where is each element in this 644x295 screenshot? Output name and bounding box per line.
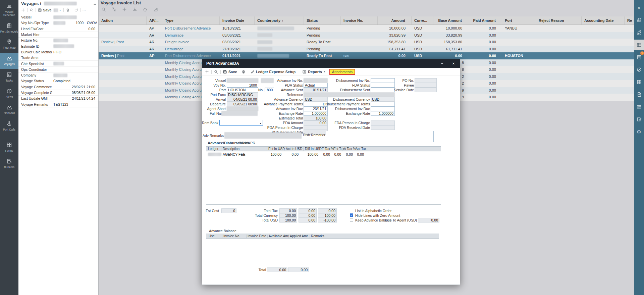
- sidebar-item-port-calls[interactable]: Port Calls: [0, 118, 18, 134]
- right-nav-id-card[interactable]: [634, 102, 644, 112]
- field-input-fda-received-date[interactable]: [371, 125, 395, 130]
- review-link[interactable]: Review |: [101, 54, 116, 58]
- field-value[interactable]: TEST123: [52, 101, 98, 107]
- field-input-service-date[interactable]: [415, 88, 437, 92]
- more-options-icon[interactable]: ···: [83, 8, 86, 12]
- field-value[interactable]: 24/11/21 04:24: [52, 96, 98, 101]
- add-icon[interactable]: [122, 7, 127, 12]
- field-input-pda-person-in-charge[interactable]: [304, 125, 328, 130]
- invoice-type-link[interactable]: Monthly Closing Accru: [165, 67, 202, 71]
- field-input-disbursement-payment-terms[interactable]: [371, 102, 395, 106]
- post-link[interactable]: Post: [116, 54, 124, 58]
- field-value[interactable]: [52, 67, 98, 72]
- right-nav-forms-grid[interactable]: [634, 77, 644, 87]
- search-icon[interactable]: [214, 70, 218, 74]
- sidebar-item-alerts[interactable]: Alerts: [0, 86, 18, 102]
- column-header[interactable]: Invoice No.: [341, 16, 378, 24]
- invoice-type-link[interactable]: Monthly Closing Accru: [165, 88, 202, 92]
- column-header[interactable]: Re: [625, 16, 634, 24]
- field-value[interactable]: [52, 38, 98, 43]
- column-header[interactable]: Invoice Date: [220, 16, 255, 24]
- field-input-port[interactable]: HOUSTON: [227, 88, 258, 92]
- undo-icon[interactable]: [143, 7, 148, 12]
- field-value[interactable]: [52, 72, 98, 78]
- tab-pda-apr[interactable]: PDA/APR: [239, 141, 255, 146]
- column-header[interactable]: AP/...: [147, 16, 162, 24]
- field-value[interactable]: [52, 43, 98, 49]
- sidebar-item-bunkers[interactable]: Bunkers: [0, 156, 18, 172]
- sidebar-item-forms[interactable]: Forms: [0, 140, 18, 155]
- table-row[interactable]: Review | PostARFreight Invoice03/06/2021…: [99, 39, 634, 46]
- refresh-icon[interactable]: [74, 8, 78, 12]
- field-input-vessel[interactable]: [227, 78, 258, 83]
- invoice-type-link[interactable]: Monthly Closing Accru: [165, 81, 202, 85]
- field-value[interactable]: Completed: [52, 78, 98, 84]
- field-value[interactable]: [52, 32, 98, 37]
- field-value[interactable]: FIFO: [52, 49, 98, 55]
- field-input-berth-no[interactable]: 800: [265, 88, 274, 92]
- field-input-pda-status[interactable]: Actual: [304, 83, 328, 88]
- field-input-advance-inv-no-[interactable]: [304, 78, 328, 83]
- column-header[interactable]: Paid Amount: [468, 16, 502, 24]
- totals-value[interactable]: 0.00: [299, 218, 317, 223]
- layers-menu-icon[interactable]: ▼: [54, 8, 61, 12]
- field-input-advance-currency[interactable]: USD: [304, 97, 328, 102]
- field-input-advance-sent[interactable]: 01/11/21: [304, 88, 328, 92]
- invoice-type-link[interactable]: Monthly Closing Accru: [165, 75, 202, 79]
- column-header[interactable]: Reject Reason: [536, 16, 582, 24]
- checkbox-list-in-alphabetic-order[interactable]: [350, 209, 353, 212]
- delete-icon[interactable]: [241, 70, 246, 74]
- field-input-exchange-rate[interactable]: 1.000000: [371, 111, 395, 116]
- right-nav-data-grid[interactable]: [634, 40, 644, 50]
- review-post-link[interactable]: Review | Post: [101, 40, 124, 44]
- invoice-type-link[interactable]: Freight Invoice: [165, 40, 189, 44]
- totals-value[interactable]: -100.00: [318, 218, 337, 223]
- advance-balance-total-value[interactable]: 0.00: [288, 267, 309, 272]
- field-input-exchange-rate[interactable]: 1.000000: [304, 111, 328, 116]
- table-row[interactable]: ARDemurrage27/10/2021Pending61,711.41USD…: [99, 46, 634, 53]
- est-cost-input[interactable]: 0: [221, 208, 236, 213]
- column-header[interactable]: Accounting Date: [582, 16, 625, 24]
- right-nav-workflow[interactable]: [634, 27, 644, 37]
- totals-value[interactable]: 100.00: [279, 218, 297, 223]
- field-value[interactable]: [52, 14, 98, 20]
- field-input-fda-person-in-charge[interactable]: [371, 120, 395, 125]
- attachments-button[interactable]: Attachments: [329, 69, 355, 75]
- right-nav-compass-edit[interactable]: [634, 64, 644, 75]
- field-value[interactable]: 28/02/21 21:00: [52, 84, 98, 90]
- field-input-disbursement-sent[interactable]: [371, 88, 395, 92]
- field-input-arrival[interactable]: 04/05/21 00:00: [227, 97, 258, 102]
- field-input-advance-inv-due[interactable]: 23/11/21: [304, 106, 328, 111]
- sidebar-item-voyages[interactable]: Voyages: [0, 53, 18, 69]
- field-input-fda-status[interactable]: [371, 83, 395, 88]
- field-input-disbursement-currency[interactable]: USD: [371, 97, 395, 102]
- right-nav-task-list[interactable]: 1: [634, 52, 644, 62]
- sidebar-item-tasks[interactable]: Tasks: [0, 69, 18, 85]
- sidebar-item-vessel-schedule[interactable]: Vessel Schedule: [0, 1, 18, 20]
- field-input-advance-payment-terms[interactable]: [304, 102, 328, 106]
- save-button[interactable]: Save: [223, 70, 237, 74]
- invoice-type-link[interactable]: Monthly Closing Accru: [165, 61, 202, 65]
- sidebar-item-onboard[interactable]: Onboard: [0, 102, 18, 118]
- field-input-full-name[interactable]: [221, 111, 258, 116]
- field-value[interactable]: 05/05/21 05:00: [52, 90, 98, 95]
- add-line-icon[interactable]: [205, 70, 209, 74]
- measure-icon[interactable]: [153, 7, 158, 12]
- invoice-type-link[interactable]: Port Disbursement Advance: [165, 54, 211, 58]
- search-icon[interactable]: [30, 8, 34, 12]
- sidebar-item-fleet-map[interactable]: Fleet Map: [0, 37, 18, 52]
- column-header[interactable]: Curre...: [412, 16, 433, 24]
- field-input-disbursement-inv-no-[interactable]: [371, 78, 395, 83]
- field-input-pda-amount[interactable]: 0.00: [304, 120, 328, 125]
- totals-value[interactable]: 0.00: [299, 208, 317, 213]
- field-input-voy-no-[interactable]: 1000: [227, 83, 258, 88]
- search-icon[interactable]: [101, 7, 106, 12]
- save-button[interactable]: Save: [38, 8, 52, 12]
- due-to-agent-input[interactable]: 0.00: [418, 218, 439, 223]
- right-nav-collapse-panel[interactable]: «: [634, 2, 644, 12]
- column-header[interactable]: Port: [502, 16, 536, 24]
- field-input-port-func[interactable]: DISCHARGING: [227, 92, 258, 97]
- field-input-pda-received-date[interactable]: [304, 130, 328, 135]
- column-header[interactable]: Counterparty↑: [255, 16, 304, 24]
- panel-menu-icon[interactable]: ≡: [94, 1, 96, 6]
